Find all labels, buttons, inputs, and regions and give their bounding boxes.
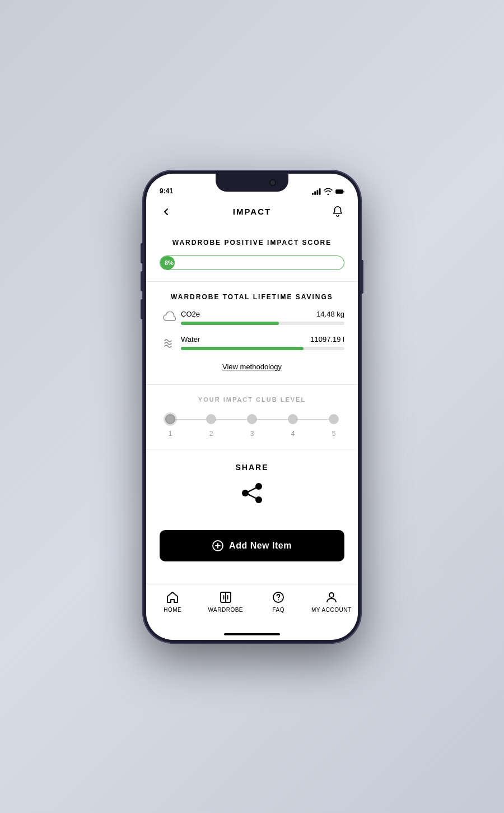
home-indicator-bar [224,633,280,635]
level-1-dot [165,414,175,424]
status-time: 9:41 [160,187,173,195]
level-5-wrap: 5 [329,414,339,438]
bell-icon [332,206,344,218]
nav-account-label: MY ACCOUNT [311,607,352,613]
nav-faq[interactable]: FAQ [252,590,305,613]
water-value: 11097.19 l [310,335,344,343]
level-3-wrap: 3 [247,414,257,438]
nav-home[interactable]: HOME [146,590,199,613]
savings-title: WARDROBE TOTAL LIFETIME SAVINGS [160,293,344,301]
co2-bar-bg [181,322,344,325]
level-1-num: 1 [169,430,172,438]
nav-home-label: HOME [164,607,181,613]
share-icon[interactable] [240,481,264,508]
svg-rect-1 [314,191,316,194]
back-icon [161,207,171,217]
phone-screen: 9:41 [146,174,358,640]
phone-frame: 9:41 [143,170,361,643]
camera [269,179,276,186]
score-title: WARDROBE POSITIVE IMPACT SCORE [160,239,344,247]
level-dots: 1 2 3 4 [165,414,339,438]
svg-point-21 [329,593,334,597]
svg-rect-2 [316,190,318,194]
svg-line-11 [249,494,256,498]
svg-rect-0 [312,192,314,194]
nav-account[interactable]: MY ACCOUNT [305,590,358,613]
water-content: Water 11097.19 l [181,335,344,350]
view-methodology-link[interactable]: View methodology [160,360,344,373]
bell-button[interactable] [329,203,347,221]
signal-icon [312,188,321,195]
page-title: IMPACT [233,207,271,216]
level-3-dot [247,414,257,424]
svg-point-8 [242,490,249,496]
svg-point-20 [278,599,279,600]
progress-label: 8% [165,259,174,266]
level-4-num: 4 [291,430,295,438]
home-icon [165,590,180,605]
level-track: 1 2 3 4 [165,414,339,438]
battery-icon [335,188,344,195]
level-4-wrap: 4 [288,414,298,438]
notch [216,174,288,192]
svg-rect-6 [336,190,342,193]
svg-line-10 [249,488,256,492]
club-title: YOUR IMPACT CLUB LEVEL [160,396,344,403]
level-3-num: 3 [250,430,254,438]
co2-name: CO2e [181,310,200,318]
level-2-num: 2 [209,430,213,438]
home-indicator [146,629,358,640]
nav-wardrobe-label: WARDROBE [208,607,243,613]
level-2-dot [206,414,216,424]
co2-value: 14.48 kg [316,310,344,318]
add-item-label: Add New Item [229,541,292,551]
main-content: WARDROBE POSITIVE IMPACT SCORE 8% WARDRO… [146,227,358,584]
account-icon [324,590,339,605]
water-bar-fill [181,347,304,350]
water-bar-bg [181,347,344,350]
level-5-dot [329,414,339,424]
co2-bar-fill [181,322,279,325]
savings-section: WARDROBE TOTAL LIFETIME SAVINGS CO2e 14.… [146,282,358,384]
plus-circle-icon [212,540,223,551]
score-section: WARDROBE POSITIVE IMPACT SCORE 8% [146,227,358,281]
status-icons [312,188,344,195]
svg-rect-5 [343,191,344,192]
level-5-num: 5 [332,430,336,438]
water-icon [160,336,181,349]
level-2-wrap: 2 [206,414,216,438]
add-new-item-button[interactable]: Add New Item [160,530,344,561]
water-name: Water [181,335,200,343]
bottom-nav: HOME WARDROBE [146,584,358,629]
svg-point-7 [255,483,262,490]
co2-row: CO2e 14.48 kg [160,310,344,325]
header: IMPACT [146,198,358,227]
svg-point-9 [255,496,262,503]
water-header: Water 11097.19 l [181,335,344,343]
impact-progress-bar: 8% [160,255,344,270]
wifi-icon [324,188,333,195]
nav-wardrobe[interactable]: WARDROBE [199,590,253,613]
progress-fill: 8% [160,256,175,270]
svg-rect-3 [319,188,321,194]
club-section: YOUR IMPACT CLUB LEVEL 1 2 [146,384,358,449]
wardrobe-icon [218,590,233,605]
nav-faq-label: FAQ [272,607,284,613]
share-title: SHARE [235,463,268,472]
co2-header: CO2e 14.48 kg [181,310,344,318]
co2-content: CO2e 14.48 kg [181,310,344,325]
level-4-dot [288,414,298,424]
cloud-icon [160,312,181,323]
water-row: Water 11097.19 l [160,335,344,350]
back-button[interactable] [157,203,175,221]
faq-icon [271,590,286,605]
level-1-wrap: 1 [165,414,175,438]
share-section: SHARE [146,449,358,526]
